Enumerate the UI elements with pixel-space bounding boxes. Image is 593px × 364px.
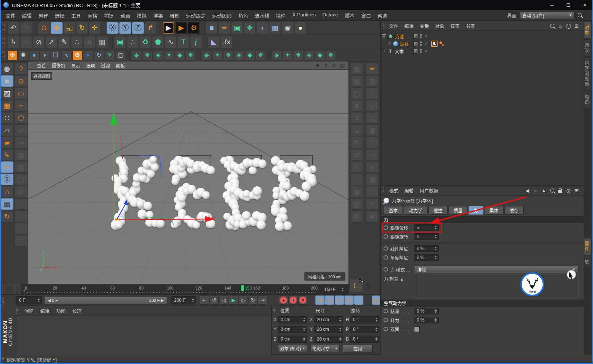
xp-mod-f-icon[interactable]: ❖: [186, 50, 196, 60]
xp-mod-e-icon[interactable]: ◆: [175, 50, 185, 60]
viewport-menu-过滤[interactable]: 过滤: [98, 62, 113, 69]
coord-field-尺寸-Y[interactable]: 20 cm: [314, 326, 343, 333]
tweak-curve-icon[interactable]: ➚: [45, 36, 57, 48]
polygons-mode-icon[interactable]: ▰: [1, 137, 13, 148]
dots-d-icon[interactable]: ∷: [15, 235, 27, 247]
next-frame-button[interactable]: ▷: [239, 295, 248, 305]
add-cube-icon[interactable]: ■: [206, 22, 218, 34]
attr-forward-icon[interactable]: ▶: [532, 187, 539, 194]
render-to-picture-viewer-icon[interactable]: ▶: [175, 22, 187, 34]
content-browser-globe-icon[interactable]: ◍: [1, 63, 13, 75]
dock-tab-构造[interactable]: 构造: [584, 91, 591, 108]
particles-tag-icon[interactable]: [439, 41, 445, 47]
attr-tab-动力学[interactable]: 动力学: [404, 206, 428, 215]
lock-x-axis-icon[interactable]: Ⓧ: [107, 22, 119, 34]
apply-button[interactable]: 应用: [343, 345, 373, 352]
stepper-icon[interactable]: [375, 337, 378, 341]
om-home-icon[interactable]: ⌂: [556, 22, 564, 29]
triangle-disabled-icon[interactable]: ▽: [366, 100, 379, 111]
coord-field-旋转-H[interactable]: 0 °: [350, 316, 379, 323]
rotate-icon[interactable]: ↻: [76, 22, 88, 34]
keyframe-selection-button[interactable]: ?: [298, 295, 307, 305]
menu-X-Particles[interactable]: X-Particles: [289, 12, 319, 19]
dots-c-icon[interactable]: ∷: [15, 223, 27, 234]
isolate-toggle-icon[interactable]: ⊘: [33, 36, 45, 48]
dots-a-icon[interactable]: ∷: [15, 198, 27, 210]
menu-编辑[interactable]: 编辑: [19, 12, 35, 19]
coords-dropdown-绝对尺寸[interactable]: 绝对尺寸▼: [310, 345, 340, 352]
menu-角色[interactable]: 角色: [235, 12, 251, 19]
layer-swatch[interactable]: [413, 41, 418, 46]
link-disabled-icon[interactable]: ◉: [350, 186, 363, 197]
stepper-icon[interactable]: [341, 288, 344, 291]
object-row-sphere[interactable]: └球体✓: [381, 40, 584, 47]
add-camera-icon[interactable]: ◉: [282, 22, 294, 34]
undo-icon[interactable]: ↶: [7, 22, 19, 34]
object-row-text[interactable]: └T文本✓: [381, 47, 584, 55]
text-spline-icon[interactable]: T: [177, 36, 189, 48]
coord-field-位置-Y[interactable]: 0 cm: [278, 326, 307, 333]
drag-grip[interactable]: [381, 22, 384, 29]
key-scale-toggle[interactable]: ◱: [325, 295, 334, 305]
attr-back-icon[interactable]: ◀: [524, 187, 531, 194]
viewport-menu-显示[interactable]: 显示: [68, 62, 83, 69]
xp-mod-q-icon[interactable]: ◆: [315, 50, 325, 60]
menu-运动跟踪[interactable]: 运动跟踪: [183, 12, 209, 19]
drag-grip[interactable]: [272, 307, 275, 313]
xp-mod-h-icon[interactable]: ✦: [212, 50, 223, 60]
search-icon[interactable]: [578, 13, 582, 17]
dots-e-disabled-icon[interactable]: ∷: [350, 174, 363, 185]
minimize-button[interactable]: ─: [544, 0, 560, 10]
snap-enable-icon[interactable]: Ⓢ: [1, 174, 13, 185]
lasso-selection-icon[interactable]: ∽: [15, 100, 27, 111]
add-generator-icon[interactable]: ▣: [231, 22, 243, 34]
menu-模拟[interactable]: 模拟: [133, 12, 150, 19]
dynamics-body-tag-icon[interactable]: [431, 41, 438, 47]
crane-disabled-icon[interactable]: ↱: [366, 198, 379, 210]
axis-gizmo[interactable]: [28, 70, 348, 284]
attr-add-icon[interactable]: ⊞: [573, 187, 580, 194]
sort-disabled-icon[interactable]: ⇅: [350, 161, 363, 173]
param-toggle-icon[interactable]: [384, 318, 388, 322]
menu-捕捉[interactable]: 捕捉: [101, 12, 117, 19]
add-mograph-icon[interactable]: ❖: [244, 22, 256, 34]
dock-tab-属性[interactable]: 属性: [584, 238, 591, 255]
mirror-disabled-icon[interactable]: ⇥: [15, 137, 27, 148]
panel-disabled-icon[interactable]: ▥: [350, 198, 363, 210]
menu-运动图形[interactable]: 运动图形: [209, 12, 235, 19]
om-eye-icon[interactable]: ◯: [565, 22, 572, 29]
attr-tab-柔体[interactable]: 柔体: [484, 206, 504, 215]
stairs-disabled-icon[interactable]: ≡: [366, 161, 379, 173]
end-frame-field[interactable]: 200 F: [171, 296, 196, 304]
previous-frame-button[interactable]: ◁: [219, 295, 228, 305]
attr-tab-基本[interactable]: 基本: [384, 206, 403, 215]
param-field[interactable]: 5: [414, 224, 439, 231]
coord-field-旋转-P[interactable]: 0 °: [350, 326, 379, 333]
exchange-disabled-icon[interactable]: ⇄: [15, 124, 27, 136]
object-menu-标签[interactable]: 标签: [447, 22, 463, 29]
stepper-icon[interactable]: [192, 298, 195, 302]
material-menu-纹理[interactable]: 纹理: [69, 307, 85, 314]
dock-tab-对象[interactable]: 对象: [584, 22, 591, 39]
copy-disabled-icon[interactable]: ▥: [15, 149, 27, 161]
play-backwards-button[interactable]: ↺: [209, 295, 219, 305]
arch-disabled-icon[interactable]: ◠: [366, 137, 379, 148]
key-parameter-toggle[interactable]: Ⓟ: [344, 295, 354, 305]
object-menu-文件[interactable]: 文件: [386, 22, 401, 29]
stepper-icon[interactable]: [303, 337, 306, 341]
param-toggle-icon[interactable]: [384, 246, 388, 251]
autokey-button[interactable]: ◑: [288, 295, 298, 305]
dock-tab-层[interactable]: 层: [584, 256, 591, 268]
cube-disabled-icon[interactable]: ▢: [15, 174, 27, 185]
knife-disabled-icon[interactable]: ╱: [366, 88, 379, 99]
drag-grip[interactable]: [2, 51, 5, 60]
viewport-rotate-icon[interactable]: ↻: [330, 62, 338, 69]
param-toggle-icon[interactable]: [384, 327, 388, 331]
lock-z-axis-icon[interactable]: Ⓩ: [132, 22, 144, 34]
material-menu-功能[interactable]: 功能: [53, 307, 69, 314]
cylinder-disabled-icon[interactable]: ▥: [366, 112, 379, 124]
dock-tab-场次[interactable]: 场次: [584, 39, 591, 57]
drag-grip[interactable]: [29, 63, 32, 68]
xp-mod-k-icon[interactable]: ◆: [245, 50, 255, 60]
menu-插件[interactable]: 插件: [272, 12, 289, 19]
